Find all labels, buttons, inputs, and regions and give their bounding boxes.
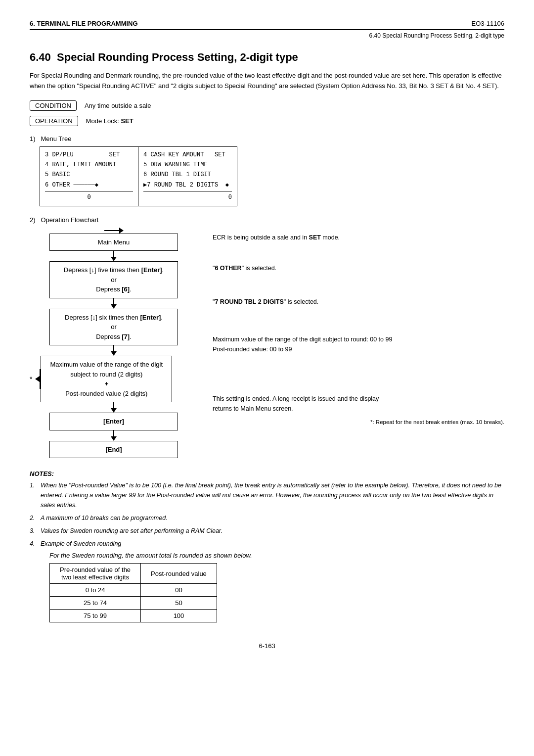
operation-row: OPERATION Mode Lock: SET	[30, 116, 504, 126]
header-sub: 6.40 Special Rounding Process Setting, 2…	[30, 32, 504, 39]
flow-box-main-menu: Main Menu	[49, 234, 178, 251]
sweden-row-3: 75 to 99 100	[50, 610, 217, 622]
flow-box-depress-6: Depress [↓] five times then [Enter].orDe…	[49, 261, 178, 298]
header: 6. TERMINAL FILE PROGRAMMING EO3-11106	[30, 20, 504, 27]
fc-star-note: *: Repeat for the next break entries (ma…	[213, 418, 504, 426]
operation-badge: OPERATION	[30, 116, 78, 126]
note-4: 4. Example of Sweden rounding	[30, 539, 504, 549]
header-right: EO3-11106	[472, 20, 505, 27]
fc-note-2: "6 OTHER" is selected.	[213, 263, 504, 273]
menu-col-1: 3 DP/PLU SET 4 RATE, LIMIT AMOUNT 5 BASI…	[40, 146, 138, 206]
menu-tree-cols: 3 DP/PLU SET 4 RATE, LIMIT AMOUNT 5 BASI…	[40, 146, 504, 206]
sweden-col-1: Pre-rounded value of thetwo least effect…	[50, 564, 141, 584]
sweden-note: For the Sweden rounding, the amount tota…	[49, 552, 504, 559]
page: 6. TERMINAL FILE PROGRAMMING EO3-11106 6…	[0, 0, 534, 756]
page-number: 6-163	[30, 642, 504, 650]
note-2: 2. A maximum of 10 breaks can be program…	[30, 513, 504, 523]
sweden-table: Pre-rounded value of thetwo least effect…	[49, 563, 217, 622]
condition-row: CONDITION Any time outside a sale	[30, 100, 504, 111]
sweden-row-2: 25 to 74 50	[50, 597, 217, 610]
menu-col-2: 4 CASH KEY AMOUNT SET 5 DRW WARNING TIME…	[138, 146, 237, 206]
note-1: 1. When the "Post-rounded Value" is to b…	[30, 480, 504, 510]
fc-note-6: This setting is ended. A long receipt is…	[213, 394, 504, 414]
fc-note-4: Maximum value of the range of the digit …	[213, 334, 504, 354]
header-left: 6. TERMINAL FILE PROGRAMMING	[30, 20, 138, 27]
section-title: 6.40 Special Rounding Process Setting, 2…	[30, 51, 504, 64]
star-marker: *	[30, 375, 32, 383]
flowchart-label: 2) Operation Flowchart	[30, 216, 504, 224]
note-3: 3. Values for Sweden rounding are set af…	[30, 526, 504, 536]
header-divider	[30, 29, 504, 30]
intro-text: For Special Rounding and Denmark roundin…	[30, 71, 504, 92]
flow-box-depress-7: Depress [↓] six times then [Enter].orDep…	[49, 309, 178, 346]
condition-text: Any time outside a sale	[85, 102, 151, 109]
flow-box-end: [End]	[49, 441, 178, 459]
sweden-col-2: Post-rounded value	[141, 564, 217, 584]
flow-box-max-value: Maximum value of the range of the digits…	[41, 356, 172, 402]
flowchart-right: ECR is being outside a sale and in SET m…	[213, 228, 504, 426]
fc-note-3: "7 ROUND TBL 2 DIGITS" is selected.	[213, 297, 504, 307]
fc-note-1: ECR is being outside a sale and in SET m…	[213, 233, 504, 242]
flowchart-section: 2) Operation Flowchart Main Menu	[30, 216, 504, 459]
operation-text: Mode Lock: SET	[86, 117, 134, 125]
start-arrow	[104, 228, 124, 234]
menu-tree-section: 1) Menu Tree 3 DP/PLU SET 4 RATE, LIMIT …	[30, 135, 504, 206]
flowchart-container: Main Menu Depress [↓] five times then [E…	[30, 228, 504, 459]
condition-badge: CONDITION	[30, 100, 77, 111]
flow-box-enter: [Enter]	[49, 413, 178, 430]
menu-tree-label: 1) Menu Tree	[30, 135, 504, 142]
flowchart-left: Main Menu Depress [↓] five times then [E…	[30, 228, 198, 459]
notes-title: NOTES:	[30, 470, 504, 477]
sweden-row-1: 0 to 24 00	[50, 584, 217, 597]
notes-section: NOTES: 1. When the "Post-rounded Value" …	[30, 470, 504, 622]
